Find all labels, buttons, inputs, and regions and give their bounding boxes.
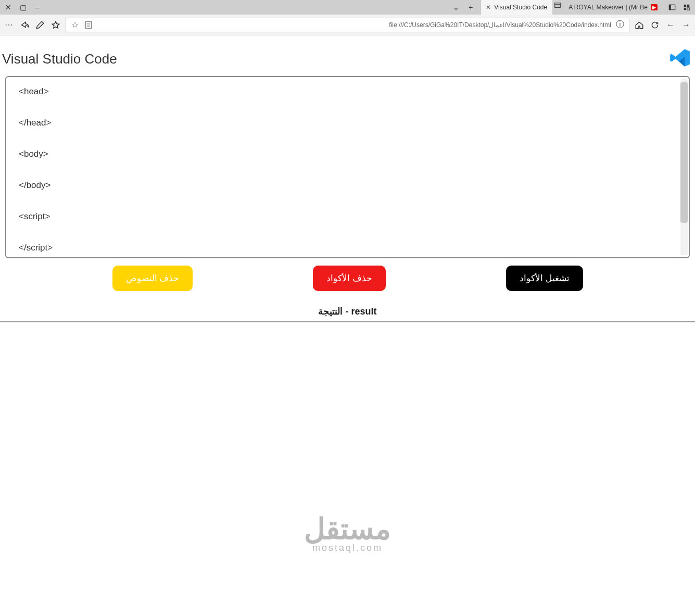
toolbar-right: ← → [635,20,691,30]
editor-scrollbar[interactable] [680,79,688,255]
watermark: مستقل mostaql.com [304,512,391,554]
share-icon[interactable] [20,20,29,30]
code-line: <head> [19,86,676,97]
code-line: </script> [19,243,676,253]
delete-code-button[interactable]: حذف الأكواد [313,266,386,291]
reading-mode-icon[interactable] [84,20,93,30]
code-line: <script> [19,211,676,222]
new-tab-button[interactable]: + [465,2,476,12]
watermark-arabic: مستقل [304,512,391,546]
favorites-icon[interactable] [51,20,60,30]
window-minimize-button[interactable]: – [32,2,43,12]
toolbar-left: ⋯ [4,20,60,30]
tabs-area: ✕ Visual Studio Code A ROYAL Makeover | … [480,0,663,15]
result-label: النتيجة - result [0,296,695,321]
tab-window-icon[interactable] [552,0,563,10]
browser-toolbar: ⋯ ☆ file:///C:/Users/GiGa%20IT/Desktop/ا… [0,15,695,35]
window-controls: ✕ ▢ – [3,2,43,12]
tab-vscode[interactable]: ✕ Visual Studio Code [480,0,552,15]
clear-text-button[interactable]: حذف النصوص [112,266,193,291]
svg-rect-3 [669,5,671,10]
window-restore-button[interactable]: ▢ [18,2,28,12]
page-content: Visual Studio Code <head> </head> <body>… [0,35,695,322]
code-line: </body> [19,180,676,191]
tab-dropdown[interactable]: ⌄ [451,2,461,12]
code-line: <body> [19,149,676,159]
forward-icon[interactable]: → [681,20,691,30]
scrollbar-thumb[interactable] [680,82,688,223]
address-bar[interactable]: ☆ file:///C:/Users/GiGa%20IT/Desktop/اعم… [66,18,629,32]
refresh-icon[interactable] [650,20,660,30]
extensions-icon[interactable] [681,2,692,12]
svg-rect-5 [687,5,689,7]
window-close-button[interactable]: ✕ [3,2,14,12]
svg-rect-4 [684,5,686,7]
browser-tab-strip: ✕ ▢ – ⌄ + ✕ Visual Studio Code A ROYAL M… [0,0,695,15]
tab-title: Visual Studio Code [494,4,547,11]
site-info-icon[interactable]: ⓘ [615,20,625,30]
page-header: Visual Studio Code [0,35,695,76]
url-text[interactable]: file:///C:/Users/GiGa%20IT/Desktop/اعمال… [97,21,611,29]
watermark-latin: mostaql.com [304,543,391,554]
vscode-logo-icon [669,47,691,71]
back-icon[interactable]: ← [666,20,675,30]
home-icon[interactable] [635,20,644,30]
more-icon[interactable]: ⋯ [4,20,14,30]
tab-close-icon[interactable]: ✕ [486,4,491,11]
code-line: </head> [19,118,676,128]
tabs-and-controls: ⌄ + ✕ Visual Studio Code A ROYAL Makeove… [451,0,692,15]
svg-rect-0 [555,3,561,8]
svg-rect-7 [687,8,689,10]
bookmark-star-icon[interactable]: ☆ [70,20,80,30]
youtube-icon: ▶ [651,4,658,10]
buttons-row: تشغيل الأكواد حذف الأكواد حذف النصوص [0,258,695,296]
sidebar-icon[interactable] [667,2,677,12]
tab-youtube[interactable]: A ROYAL Makeover | (Mr Be ▶ [563,0,663,15]
editor-content: <head> </head> <body> </body> <script> <… [19,86,676,253]
tab-title: A ROYAL Makeover | (Mr Be [568,4,648,11]
edit-icon[interactable] [35,20,45,30]
run-code-button[interactable]: تشغيل الأكواد [506,266,583,291]
page-title: Visual Studio Code [2,51,117,67]
svg-rect-6 [684,8,686,10]
code-editor[interactable]: <head> </head> <body> </body> <script> <… [5,76,690,258]
